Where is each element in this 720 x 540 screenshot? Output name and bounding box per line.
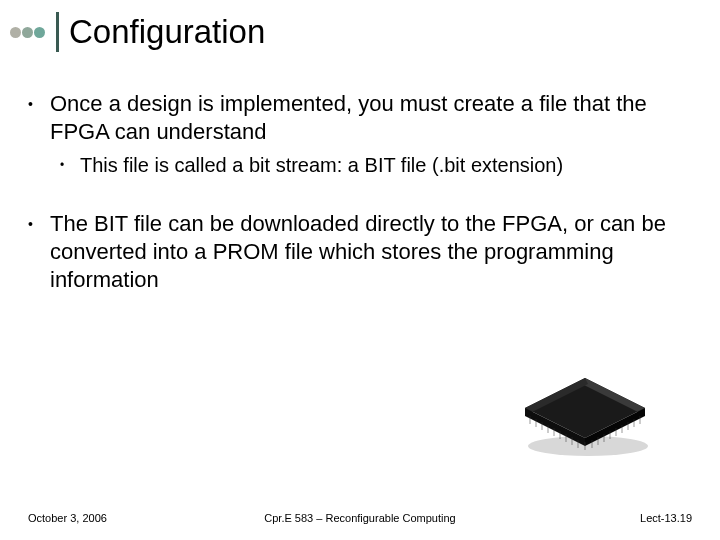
bullet-level1: • Once a design is implemented, you must… xyxy=(28,90,690,146)
slide-content: • Once a design is implemented, you must… xyxy=(28,90,690,298)
dot-icon xyxy=(10,27,21,38)
bullet-text: This file is called a bit stream: a BIT … xyxy=(80,152,563,178)
bullet-marker: • xyxy=(28,90,38,146)
dot-icon xyxy=(22,27,33,38)
header-divider xyxy=(56,12,59,52)
chip-image xyxy=(510,366,660,466)
bullet-text: Once a design is implemented, you must c… xyxy=(50,90,690,146)
bullet-marker: • xyxy=(60,152,68,178)
slide-title: Configuration xyxy=(69,13,265,51)
slide: Configuration • Once a design is impleme… xyxy=(0,0,720,540)
svg-marker-1 xyxy=(525,378,645,438)
spacer xyxy=(28,182,690,210)
bullet-text: The BIT file can be downloaded directly … xyxy=(50,210,690,294)
footer-course: Cpr.E 583 – Reconfigurable Computing xyxy=(28,512,692,524)
slide-header: Configuration xyxy=(10,12,265,52)
dot-icon xyxy=(34,27,45,38)
bullet-level2: • This file is called a bit stream: a BI… xyxy=(60,152,690,178)
slide-footer: October 3, 2006 Cpr.E 583 – Reconfigurab… xyxy=(28,512,692,524)
bullet-marker: • xyxy=(28,210,38,294)
bullet-level1: • The BIT file can be downloaded directl… xyxy=(28,210,690,294)
header-dots xyxy=(10,27,46,38)
